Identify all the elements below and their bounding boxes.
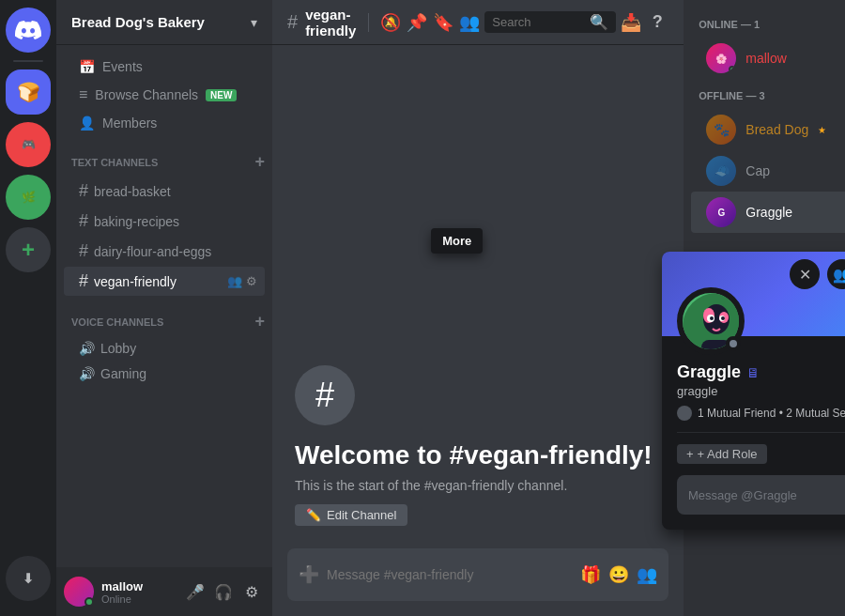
member-avatar-bread-dog: 🐾 [706,115,736,145]
events-icon: 📅 [79,59,95,74]
member-bread-dog[interactable]: 🐾 Bread Dog ★ [691,109,845,150]
inbox-icon[interactable]: 📥 [620,11,642,34]
server-header[interactable]: Bread Dog's Bakery ▾ [56,0,272,45]
user-settings-icon[interactable]: 👥 [227,274,242,288]
nav-browse-channels[interactable]: ≡ Browse Channels NEW [64,81,265,109]
profile-actions: ✕ 👥 ••• [790,259,845,289]
voice-channels-category[interactable]: VOICE CHANNELS + [56,297,272,335]
header-divider [368,13,369,32]
server-2[interactable]: 🎮 [6,122,51,167]
profile-status-dot [726,336,741,351]
nav-members[interactable]: 👤 Members [64,110,265,136]
member-name-bread-dog: Bread Dog [745,122,808,137]
user-status: Online [101,593,175,605]
settings-icon[interactable]: ⚙ [238,578,265,605]
profile-avatar-container [677,287,745,355]
online-status-dot [729,66,736,73]
voice-channels-label: VOICE CHANNELS [71,316,163,328]
channel-name: dairy-flour-and-eggs [94,244,211,259]
member-graggle[interactable]: G Graggle [691,192,845,233]
server-name: Bread Dog's Bakery [71,14,205,30]
mutual-text: 1 Mutual Friend • 2 Mutual Servers [698,407,845,420]
help-icon[interactable]: ? [646,11,668,34]
emoji-picker-icon[interactable]: 😀 [608,564,629,585]
channel-sidebar: Bread Dog's Bakery ▾ 📅 Events ≡ Browse C… [56,0,272,616]
profile-tag: graggle [677,384,845,398]
header-actions: 🔕 📌 🔖 👥 🔍 📥 ? [379,11,668,34]
channel-header: # vegan-friendly 🔕 📌 🔖 👥 🔍 📥 ? [272,0,684,45]
add-role-button[interactable]: + + Add Role [677,444,767,464]
gift-icon[interactable]: 🎁 [580,564,601,585]
channel-bread-basket[interactable]: # bread-basket [64,177,265,206]
gear-icon[interactable]: ⚙ [246,274,257,288]
member-name-cap: Cap [745,163,770,178]
channel-baking-recipes[interactable]: # baking-recipes [64,207,265,236]
svg-point-7 [721,316,725,320]
mutual-avatar-icon [677,406,692,421]
members-toggle-icon[interactable]: 👥 [458,11,481,34]
channel-welcome: # Welcome to #vegan-friendly! This is th… [295,365,661,526]
search-bar[interactable]: 🔍 [484,11,616,33]
bell-icon[interactable]: 🔕 [379,11,402,34]
edit-channel-label: Edit Channel [327,508,396,522]
channel-hash-icon: # [287,11,298,33]
main-content: # vegan-friendly 🔕 📌 🔖 👥 🔍 📥 ? # Welcome… [272,0,684,616]
server-3[interactable]: 🌿 [6,175,51,220]
channel-name: Lobby [100,341,136,356]
bookmark-icon[interactable]: 🔖 [432,11,454,34]
add-channel-icon[interactable]: + [254,152,265,172]
speaker-icon: 🔊 [79,341,95,356]
headphone-icon[interactable]: 🎧 [210,578,237,605]
microphone-icon[interactable]: 🎤 [182,578,208,605]
channel-lobby[interactable]: 🔊 Lobby [64,336,265,361]
member-mallow[interactable]: 🌸 mallow [691,38,845,79]
search-input[interactable] [492,15,586,29]
member-avatar-mallow: 🌸 [706,43,736,73]
add-attachment-icon[interactable]: ➕ [299,564,319,585]
events-label: Events [102,59,143,74]
profile-body: Graggle 🖥 graggle 1 Mutual Friend • 2 Mu… [662,336,845,530]
browse-channels-label: Browse Channels [95,87,198,102]
pin-icon[interactable]: 📌 [406,11,428,34]
members-label: Members [102,116,157,131]
server-sidebar: 🍞 🎮 🌿 + ⬇ [0,0,56,616]
add-friend-icon[interactable]: 👥 [827,259,845,289]
profile-divider [677,432,845,433]
new-badge: NEW [206,89,237,101]
add-voice-icon[interactable]: + [254,312,265,331]
hash-icon: # [79,241,88,261]
channel-name: vegan-friendly [94,274,177,289]
user-info: mallow Online [101,579,175,605]
nav-events[interactable]: 📅 Events [64,54,265,80]
message-input[interactable] [327,567,573,582]
message-placeholder: Message @Graggle [688,488,797,502]
channel-name: Gaming [100,366,146,381]
welcome-title: Welcome to #vegan-friendly! [295,440,661,470]
edit-channel-button[interactable]: ✏️ Edit Channel [295,504,407,526]
member-avatar-graggle: G [706,197,736,227]
add-server-button[interactable]: + [6,227,51,272]
profile-username: Graggle [677,362,741,382]
status-dot [84,597,94,607]
search-icon: 🔍 [590,13,608,31]
member-avatar-cap: 🧢 [706,156,736,186]
profile-mutual: 1 Mutual Friend • 2 Mutual Servers [677,406,845,421]
crown-icon: ★ [818,125,826,135]
welcome-desc: This is the start of the #vegan-friendly… [295,478,661,493]
channel-gaming[interactable]: 🔊 Gaming [64,362,265,386]
member-cap[interactable]: 🧢 Cap [691,150,845,192]
hash-icon: # [79,271,88,291]
server-bread-dogs[interactable]: 🍞 [6,69,51,115]
text-channels-category[interactable]: TEXT CHANNELS + [56,137,272,176]
channel-header-name: vegan-friendly [305,7,357,38]
discord-home-icon[interactable] [6,8,51,53]
message-graggle-input[interactable]: Message @Graggle 🙂 [677,475,845,515]
channel-dairy-flour-and-eggs[interactable]: # dairy-flour-and-eggs [64,237,265,266]
server-divider [13,60,43,62]
channel-vegan-friendly[interactable]: # vegan-friendly 👥 ⚙ [64,267,265,296]
download-icon[interactable]: ⬇ [6,556,51,601]
member-name-graggle: Graggle [745,205,792,220]
close-profile-button[interactable]: ✕ [790,259,820,289]
gif-icon[interactable]: 👥 [637,564,657,585]
channel-content: # Welcome to #vegan-friendly! This is th… [272,45,684,548]
